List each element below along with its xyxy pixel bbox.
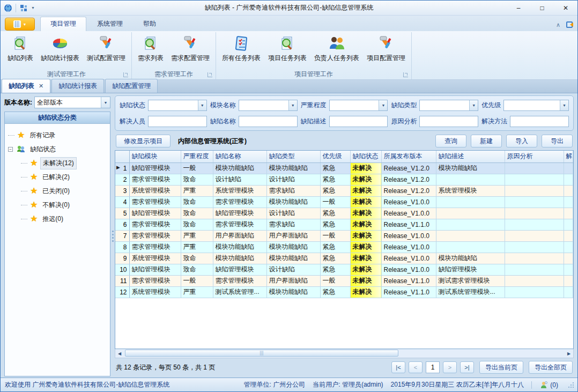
export-current-page-button[interactable]: 导出当前页 <box>479 361 523 374</box>
table-cell[interactable] <box>436 174 505 185</box>
table-row[interactable]: 7需求管理模块严重用户界面缺陷用户界面缺陷一般未解决Release_V1.0.0 <box>115 230 573 241</box>
doc-tab-defect-list[interactable]: 缺陷列表 ✕ <box>2 79 50 93</box>
table-cell[interactable]: 紧急 <box>320 253 350 264</box>
table-cell[interactable]: 致命 <box>181 174 213 185</box>
table-cell[interactable]: 未解决 <box>350 275 381 286</box>
table-cell[interactable]: 缺陷管理模块 <box>436 264 505 275</box>
chevron-down-icon[interactable]: ▼ <box>469 100 478 110</box>
table-cell[interactable] <box>564 162 573 174</box>
project-tasks-button[interactable]: 项目任务列表 <box>264 33 310 64</box>
table-cell[interactable]: 模块功能缺陷 <box>266 286 320 298</box>
chevron-down-icon[interactable]: ▼ <box>31 6 35 10</box>
horizontal-scrollbar[interactable]: ◀ ▶ <box>115 349 574 358</box>
defect-status-combo[interactable]: ▼ <box>148 100 207 111</box>
column-header[interactable]: 解决方法 <box>564 151 573 162</box>
application-menu-button[interactable]: ▼ <box>5 18 35 31</box>
tree-item-all-records[interactable]: ★ 所有记录 <box>8 128 108 142</box>
table-cell[interactable]: 设计缺陷 <box>266 208 320 219</box>
row-header[interactable]: ▶1 <box>115 162 129 174</box>
table-cell[interactable] <box>564 230 573 241</box>
table-cell[interactable]: 致命 <box>181 219 213 230</box>
doc-tab-defect-report[interactable]: 缺陷统计报表 <box>51 79 104 93</box>
req-config-button[interactable]: 需求配置管理 <box>167 33 213 64</box>
table-cell[interactable]: 一般 <box>320 196 350 208</box>
table-cell[interactable]: 未解决 <box>350 253 381 264</box>
column-header[interactable]: 所属发布版本 <box>381 151 436 162</box>
table-cell[interactable] <box>564 253 573 264</box>
table-cell[interactable]: 测试需求管理模块 <box>436 275 505 286</box>
last-page-button[interactable]: >| <box>460 361 474 373</box>
table-cell[interactable]: Release_V1.0.0 <box>381 208 436 219</box>
table-cell[interactable]: 模块功能缺陷 <box>266 162 320 174</box>
export-all-pages-button[interactable]: 导出全部页 <box>529 361 573 374</box>
module-name-combo[interactable]: ▼ <box>239 100 298 111</box>
table-cell[interactable]: 缺陷管理模块 <box>129 162 181 174</box>
table-cell[interactable]: 缺陷管理模块 <box>129 208 181 219</box>
resolver-input[interactable] <box>149 116 206 127</box>
table-cell[interactable] <box>564 264 573 275</box>
table-cell[interactable]: 未解决 <box>350 196 381 208</box>
table-row[interactable]: 4需求管理模块致命需求管理模块模块功能缺陷一般未解决Release_V1.0.0 <box>115 196 573 208</box>
tree-item-closed[interactable]: ★ 已关闭(0) <box>21 184 108 198</box>
table-cell[interactable]: 致命 <box>181 208 213 219</box>
dialog-launcher-icon[interactable] <box>403 72 408 77</box>
req-list-button[interactable]: 需求列表 <box>134 33 167 64</box>
solution-input[interactable] <box>510 116 568 127</box>
project-config-button[interactable]: 项目配置管理 <box>363 33 409 64</box>
chevron-down-icon[interactable]: ▼ <box>560 100 568 110</box>
table-cell[interactable] <box>436 219 505 230</box>
table-row[interactable]: ▶1缺陷管理模块一般模块功能缺陷模块功能缺陷紧急未解决Release_V1.2.… <box>115 162 573 174</box>
table-cell[interactable]: 用户界面缺陷 <box>213 230 266 241</box>
import-button[interactable]: 导入 <box>506 135 537 147</box>
table-cell[interactable]: 未解决 <box>350 264 381 275</box>
defect-list-button[interactable]: 缺陷列表 <box>4 33 37 64</box>
table-cell[interactable] <box>564 174 573 185</box>
ribbon-tab-project[interactable]: 项目管理 <box>40 17 86 31</box>
help-icon[interactable] <box>566 20 574 29</box>
prev-page-button[interactable]: < <box>409 361 423 373</box>
table-cell[interactable]: 需求管理模块 <box>129 196 181 208</box>
table-cell[interactable] <box>505 264 564 275</box>
table-cell[interactable]: 需求管理模块 <box>129 230 181 241</box>
table-cell[interactable]: Release_V1.0.0 <box>381 264 436 275</box>
table-cell[interactable] <box>505 241 564 253</box>
table-cell[interactable] <box>564 275 573 286</box>
column-header[interactable]: 缺陷类型 <box>266 151 320 162</box>
table-cell[interactable]: 未解决 <box>350 230 381 241</box>
table-cell[interactable]: 未解决 <box>350 162 381 174</box>
table-cell[interactable]: 需求管理模块 <box>213 275 266 286</box>
chevron-down-icon[interactable]: ▼ <box>198 100 206 110</box>
table-cell[interactable] <box>436 196 505 208</box>
column-header[interactable]: 优先级 <box>320 151 350 162</box>
table-cell[interactable] <box>564 219 573 230</box>
row-header[interactable]: 9 <box>115 253 129 264</box>
table-cell[interactable] <box>505 196 564 208</box>
table-row[interactable]: 9系统管理模块致命模块功能缺陷模块功能缺陷紧急未解决Release_V1.0.0… <box>115 253 573 264</box>
table-cell[interactable]: 模块功能缺陷 <box>266 196 320 208</box>
table-row[interactable]: 3系统管理模块严重系统管理模块需求缺陷紧急未解决Release_V1.2.0系统… <box>115 185 573 196</box>
table-cell[interactable]: 需求管理模块 <box>213 196 266 208</box>
panel-splitter[interactable] <box>110 95 115 376</box>
table-cell[interactable]: 设计缺陷 <box>213 174 266 185</box>
table-row[interactable]: 10缺陷管理模块致命缺陷管理模块设计缺陷紧急未解决Release_V1.0.0缺… <box>115 264 573 275</box>
table-cell[interactable]: 需求管理模块 <box>129 275 181 286</box>
modify-columns-button[interactable]: 修改显示项目 <box>116 135 171 147</box>
table-cell[interactable]: 严重 <box>181 185 213 196</box>
first-page-button[interactable]: |< <box>391 361 405 373</box>
table-cell[interactable]: 致命 <box>181 196 213 208</box>
table-row[interactable]: 8需求管理模块严重模块功能缺陷模块功能缺陷紧急未解决Release_V1.0.0 <box>115 241 573 253</box>
table-cell[interactable]: 需求缺陷 <box>266 219 320 230</box>
ribbon-tab-help[interactable]: 帮助 <box>134 17 166 31</box>
table-cell[interactable] <box>505 275 564 286</box>
table-cell[interactable]: 设计缺陷 <box>266 264 320 275</box>
column-header[interactable]: 缺陷状态 <box>350 151 381 162</box>
ribbon-tab-system[interactable]: 系统管理 <box>87 17 132 31</box>
defect-report-button[interactable]: 缺陷统计报表 <box>37 33 83 64</box>
chevron-down-icon[interactable]: ▼ <box>379 100 387 110</box>
column-header[interactable]: 原因分析 <box>505 151 564 162</box>
tree-item-postponed[interactable]: ★ 推迟(0) <box>21 212 108 226</box>
test-config-button[interactable]: 测试配置管理 <box>83 33 129 64</box>
table-cell[interactable]: 系统管理模块 <box>129 286 181 298</box>
row-header[interactable]: 3 <box>115 185 129 196</box>
row-header[interactable]: 6 <box>115 219 129 230</box>
